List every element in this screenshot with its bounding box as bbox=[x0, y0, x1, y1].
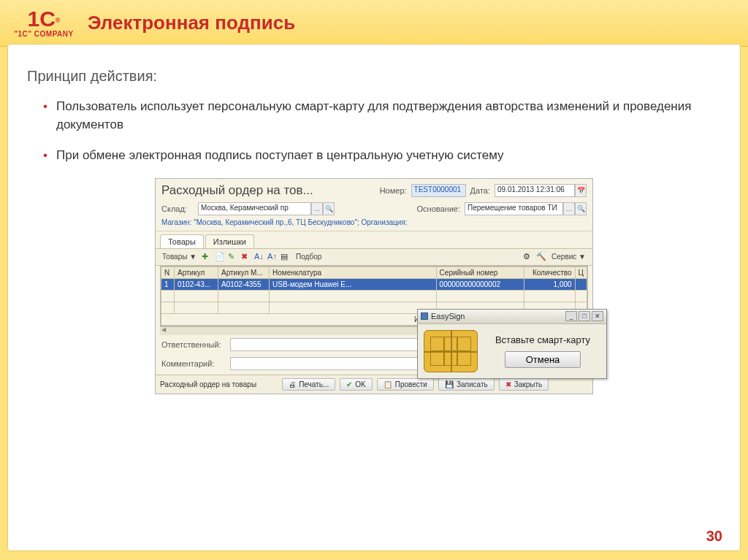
calendar-icon[interactable]: 📅 bbox=[575, 184, 587, 197]
edit-icon[interactable]: ✎ bbox=[228, 252, 238, 262]
selection-button[interactable]: Подбор bbox=[294, 252, 324, 261]
dropdown-icon[interactable]: … bbox=[563, 202, 575, 215]
search-icon[interactable]: 🔍 bbox=[323, 202, 335, 215]
save-button[interactable]: 💾Записать bbox=[438, 378, 495, 391]
add-icon[interactable]: ✚ bbox=[202, 252, 212, 262]
close-button[interactable]: ✖Закрыть bbox=[499, 378, 549, 391]
col-n[interactable]: N bbox=[161, 266, 175, 278]
maximize-icon[interactable]: □ bbox=[579, 311, 590, 321]
number-label: Номер: bbox=[380, 186, 407, 195]
basis-field[interactable]: Перемещение товаров ТИ bbox=[465, 202, 563, 215]
search-icon[interactable]: 🔍 bbox=[575, 202, 587, 215]
post-icon: 📋 bbox=[383, 380, 392, 388]
slide-body: Принцип действия: Пользователь используе… bbox=[7, 44, 741, 551]
document-title: Расходный ордер на тов... bbox=[161, 183, 375, 198]
dialog-message: Вставьте смарт-карту bbox=[495, 334, 590, 345]
total-label: Итог: bbox=[161, 313, 437, 325]
bullet-list: Пользователь использует персональную сма… bbox=[27, 98, 721, 165]
service-menu[interactable]: Сервис ▼ bbox=[549, 252, 588, 261]
minimize-icon[interactable]: _ bbox=[565, 311, 577, 321]
tab-surplus[interactable]: Излишки bbox=[205, 234, 254, 248]
sort-desc-icon[interactable]: A↑ bbox=[267, 252, 278, 262]
list-item: Пользователь использует персональную сма… bbox=[43, 98, 721, 134]
check-icon: ✔ bbox=[346, 380, 352, 388]
delete-icon[interactable]: ✖ bbox=[241, 252, 251, 262]
tab-goods[interactable]: Товары bbox=[160, 234, 204, 248]
date-field[interactable]: 09.01.2013 12:31:06 bbox=[495, 184, 575, 197]
easysign-dialog: EasySign _ □ ✕ Вставьте смарт-карту Отме… bbox=[417, 309, 607, 379]
section-subtitle: Принцип действия: bbox=[27, 68, 721, 85]
page-number: 30 bbox=[706, 528, 722, 545]
company-logo: 1C® "1C" COMPANY bbox=[0, 0, 88, 47]
hammer-icon[interactable]: 🔨 bbox=[536, 252, 546, 262]
post-button[interactable]: 📋Провести bbox=[377, 378, 434, 391]
sort-asc-icon[interactable]: A↓ bbox=[254, 252, 264, 262]
ok-button[interactable]: ✔OK bbox=[340, 378, 372, 391]
list-icon[interactable]: ▤ bbox=[280, 252, 291, 262]
col-article-m[interactable]: Артикул М... bbox=[218, 266, 270, 278]
slide-title: Электронная подпись bbox=[88, 12, 295, 34]
copy-icon[interactable]: 📄 bbox=[215, 252, 225, 262]
col-serial[interactable]: Серийный номер bbox=[436, 266, 524, 278]
dropdown-icon[interactable]: … bbox=[311, 202, 323, 215]
application-screenshot: Расходный ордер на тов... Номер: TEST000… bbox=[155, 178, 593, 394]
grid-toolbar: Товары ▼ ✚ 📄 ✎ ✖ A↓ A↑ ▤ Подбор ⚙ 🔨 Серв… bbox=[156, 248, 592, 266]
warehouse-field[interactable]: Москва, Керамический пр bbox=[198, 202, 311, 215]
table-row[interactable]: 1 0102-43... A0102-4355 USB-модем Huawei… bbox=[161, 278, 587, 290]
responsible-label: Ответственный: bbox=[161, 340, 226, 349]
date-label: Дата: bbox=[470, 186, 490, 195]
number-field[interactable]: TEST0000001 bbox=[411, 184, 466, 197]
dialog-title: EasySign bbox=[431, 312, 465, 321]
info-link[interactable]: Магазин: "Москва, Керамический пр.,6, ТЦ… bbox=[156, 217, 592, 231]
slide-header: 1C® "1C" COMPANY Электронная подпись bbox=[0, 0, 748, 47]
warehouse-label: Склад: bbox=[161, 204, 194, 213]
col-qty[interactable]: Количество bbox=[524, 266, 575, 278]
printer-icon: 🖨 bbox=[289, 380, 296, 388]
smartcard-chip-icon bbox=[424, 330, 478, 372]
print-button[interactable]: 🖨Печать... bbox=[282, 378, 335, 391]
col-nomenclature[interactable]: Номенклатура bbox=[270, 266, 437, 278]
status-title: Расходный ордер на товары bbox=[160, 380, 256, 388]
col-price[interactable]: Ц bbox=[575, 266, 587, 278]
app-icon bbox=[421, 312, 428, 320]
close-icon: ✖ bbox=[505, 380, 511, 388]
tool-icon[interactable]: ⚙ bbox=[523, 252, 533, 262]
basis-label: Основание: bbox=[417, 204, 460, 213]
close-icon[interactable]: ✕ bbox=[592, 311, 603, 321]
cancel-button[interactable]: Отмена bbox=[505, 351, 581, 368]
comment-label: Комментарий: bbox=[161, 359, 226, 368]
list-item: При обмене электронная подпись поступает… bbox=[43, 147, 721, 165]
goods-menu[interactable]: Товары ▼ bbox=[160, 252, 199, 261]
disk-icon: 💾 bbox=[445, 380, 454, 388]
col-article[interactable]: Артикул bbox=[175, 266, 218, 278]
